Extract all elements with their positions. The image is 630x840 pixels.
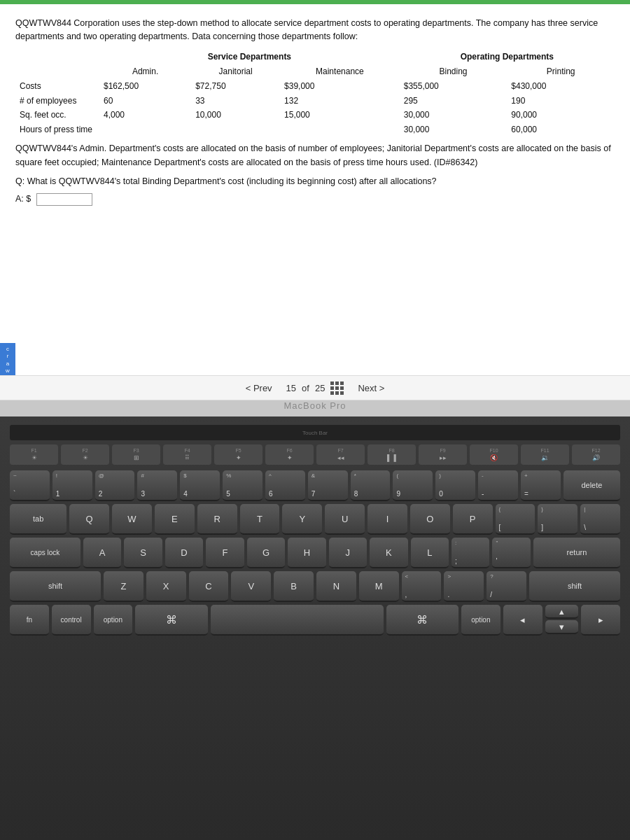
0-key[interactable]: )0 (435, 470, 475, 501)
tab-key[interactable]: tab (10, 504, 66, 535)
semicolon-key[interactable]: :; (451, 538, 489, 568)
y-key[interactable]: Y (282, 504, 322, 535)
9-key[interactable]: (9 (393, 470, 433, 501)
f8-key[interactable]: F8▌▐ (368, 444, 416, 465)
emp-maintenance: 132 (280, 94, 400, 108)
8-key[interactable]: *8 (351, 470, 391, 501)
caps-key[interactable]: caps lock (10, 538, 80, 568)
answer-input-box[interactable] (36, 193, 92, 206)
sqft-admin: 4,000 (99, 108, 191, 122)
f4-key[interactable]: F4⠿ (163, 444, 211, 465)
6-key[interactable]: ^6 (265, 470, 305, 501)
f11-key[interactable]: F11🔉 (521, 444, 569, 465)
comma-key[interactable]: <, (402, 571, 442, 602)
right-shift-key[interactable]: shift (529, 571, 620, 602)
costs-label: Costs (15, 79, 99, 94)
binding-header: Binding (400, 64, 507, 79)
press-printing: 60,000 (507, 122, 615, 137)
up-arrow-key[interactable]: ▴ (545, 605, 579, 619)
w-key[interactable]: W (112, 504, 152, 535)
4-key[interactable]: $4 (180, 470, 220, 501)
backslash-key[interactable]: |\ (580, 504, 620, 535)
f5-key[interactable]: F5✦ (214, 444, 262, 465)
h-key[interactable]: H (288, 538, 326, 568)
return-key[interactable]: return (533, 538, 620, 568)
sqft-binding: 30,000 (400, 108, 507, 122)
grid-icon[interactable] (330, 382, 344, 395)
option-right-key[interactable]: option (461, 605, 500, 636)
f2-key[interactable]: F2☀ (61, 444, 109, 465)
g-key[interactable]: G (247, 538, 285, 568)
costs-janitorial: $72,750 (191, 79, 280, 94)
option-left-key[interactable]: option (94, 605, 133, 636)
f10-key[interactable]: F10🔇 (470, 444, 518, 465)
f3-key[interactable]: F3⊞ (112, 444, 160, 465)
n-key[interactable]: N (316, 571, 356, 602)
tilde-key[interactable]: ~` (10, 470, 50, 501)
answer-section: Q: What is QQWTWV844's total Binding Dep… (15, 175, 615, 206)
asdf-row: caps lock A S D F G H J K L :; "' return (10, 538, 620, 568)
5-key[interactable]: %5 (223, 470, 262, 501)
ctrl-key[interactable]: control (52, 605, 91, 636)
delete-key[interactable]: delete (564, 470, 620, 501)
cmd-left-key[interactable]: ⌘ (135, 605, 208, 636)
a-key[interactable]: A (83, 538, 121, 568)
r-key[interactable]: R (197, 504, 237, 535)
7-key[interactable]: &7 (308, 470, 348, 501)
1-key[interactable]: !1 (52, 470, 92, 501)
janitorial-header: Janitorial (191, 64, 280, 79)
total-pages: 25 (315, 383, 325, 393)
equal-key[interactable]: += (521, 470, 561, 501)
slash-key[interactable]: ?/ (486, 571, 526, 602)
m-key[interactable]: M (359, 571, 399, 602)
employees-label: # of employees (15, 94, 99, 108)
period-key[interactable]: >. (444, 571, 484, 602)
data-table: Service Departments Operating Department… (15, 50, 615, 137)
u-key[interactable]: U (325, 504, 365, 535)
space-key[interactable] (211, 605, 384, 636)
o-key[interactable]: O (410, 504, 450, 535)
answer-label: A: $ (15, 194, 31, 204)
rbracket-key[interactable]: }] (538, 504, 578, 535)
number-row: ~` !1 @2 #3 $4 %5 ^6 &7 *8 (9 )0 (10, 470, 620, 501)
x-key[interactable]: X (146, 571, 186, 602)
t-key[interactable]: T (240, 504, 280, 535)
b-key[interactable]: B (274, 571, 314, 602)
z-key[interactable]: Z (104, 571, 144, 602)
e-key[interactable]: E (155, 504, 195, 535)
prev-button[interactable]: < Prev (246, 383, 272, 393)
p-key[interactable]: P (453, 504, 493, 535)
f-key[interactable]: F (206, 538, 244, 568)
down-arrow-key[interactable]: ▾ (545, 620, 579, 634)
q-key[interactable]: Q (69, 504, 109, 535)
quote-key[interactable]: "' (492, 538, 530, 568)
f7-key[interactable]: F7◂◂ (316, 444, 365, 465)
l-key[interactable]: L (411, 538, 449, 568)
press-hours-label: Hours of press time (15, 122, 99, 137)
3-key[interactable]: #3 (137, 470, 177, 501)
s-key[interactable]: S (124, 538, 162, 568)
next-button[interactable]: Next > (358, 383, 384, 393)
j-key[interactable]: J (329, 538, 367, 568)
fn-modifier-key[interactable]: fn (10, 605, 49, 636)
current-page: 15 (286, 383, 296, 393)
left-arrow-key[interactable]: ◂ (503, 605, 542, 636)
2-key[interactable]: @2 (95, 470, 135, 501)
i-key[interactable]: I (368, 504, 407, 535)
costs-printing: $430,000 (507, 79, 615, 94)
right-arrow-key[interactable]: ▸ (581, 605, 620, 636)
f12-key[interactable]: F12🔊 (572, 444, 620, 465)
d-key[interactable]: D (165, 538, 203, 568)
f9-key[interactable]: F9▸▸ (419, 444, 467, 465)
cmd-right-key[interactable]: ⌘ (386, 605, 459, 636)
fn-key[interactable]: F1☀ (10, 444, 58, 465)
left-shift-key[interactable]: shift (10, 571, 101, 602)
lbracket-key[interactable]: {[ (496, 504, 536, 535)
k-key[interactable]: K (370, 538, 407, 568)
v-key[interactable]: V (231, 571, 271, 602)
sqft-janitorial: 10,000 (191, 108, 280, 122)
touch-bar[interactable]: Touch Bar (10, 425, 620, 440)
f6-key[interactable]: F6✦ (265, 444, 314, 465)
minus-key[interactable]: -- (478, 470, 518, 501)
c-key[interactable]: C (189, 571, 229, 602)
